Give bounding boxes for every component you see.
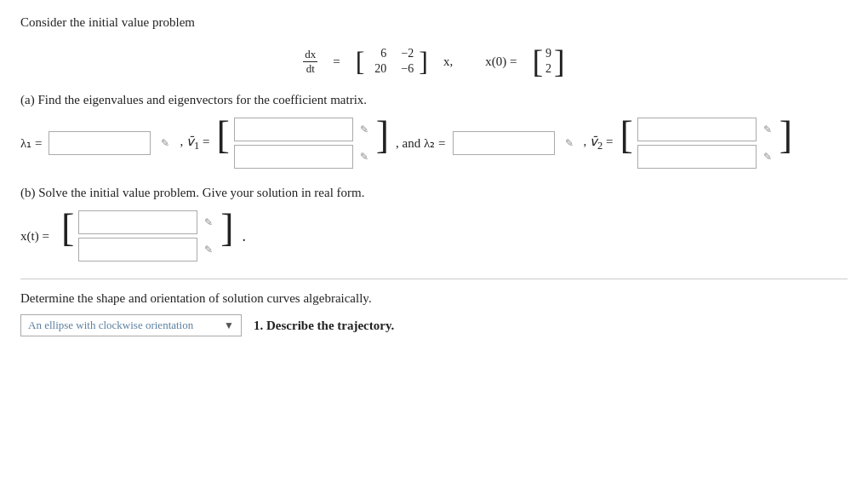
matrix-a-right-bracket: ] xyxy=(419,45,428,78)
v1-row2: ✎ xyxy=(234,145,372,169)
xt-row1: ✎ xyxy=(78,210,216,234)
xt-left-bracket: [ xyxy=(61,209,74,263)
eigenvalue-line: λ₁ = ✎ , v̄1 = [ ✎ ✎ ] , and λ₂ = ✎ xyxy=(20,116,848,170)
matrix-a: [ 6 −2 20 −6 ] xyxy=(356,45,428,78)
v1-row1-pencil-icon[interactable]: ✎ xyxy=(357,122,372,137)
lambda1-input[interactable] xyxy=(49,131,151,155)
xt-row1-pencil-icon[interactable]: ✎ xyxy=(201,215,216,230)
x-variable: x, xyxy=(443,55,453,69)
v1-row2-pencil-icon[interactable]: ✎ xyxy=(357,149,372,164)
x0-left-bracket: [ xyxy=(532,45,543,78)
part-b-label: (b) Solve the initial value problem. Giv… xyxy=(20,186,848,200)
lambda1-pencil-icon[interactable]: ✎ xyxy=(157,135,173,151)
main-equation: dx dt = [ 6 −2 20 −6 ] x, x(0) = [ 9 2 ] xyxy=(20,45,848,78)
v2-label: , v̄2 = xyxy=(584,134,614,152)
matrix-a-r2c2: −6 xyxy=(397,62,414,76)
xt-right-bracket: ] xyxy=(220,209,233,263)
v2-vector: [ ✎ ✎ ] xyxy=(620,116,792,170)
v2-left-bracket: [ xyxy=(620,116,632,170)
matrix-a-r2c1: 20 xyxy=(369,62,386,76)
lambda2-pencil-icon[interactable]: ✎ xyxy=(562,135,577,151)
part-a-label: (a) Find the eigenvalues and eigenvector… xyxy=(20,93,848,107)
x0-vector: [ 9 2 ] xyxy=(532,45,564,78)
matrix-a-row1: 6 −2 xyxy=(369,47,414,60)
v1-input-row2[interactable] xyxy=(234,145,353,169)
v2-input-row2[interactable] xyxy=(637,145,757,169)
matrix-a-content: 6 −2 20 −6 xyxy=(366,45,417,78)
v1-label: , v̄1 = xyxy=(180,134,209,152)
v1-row1: ✎ xyxy=(234,118,372,141)
v1-left-bracket: [ xyxy=(216,116,229,170)
matrix-a-r1c1: 6 xyxy=(369,47,386,60)
part-c-label: Determine the shape and orientation of s… xyxy=(20,291,848,306)
matrix-a-left-bracket: [ xyxy=(356,45,365,78)
equals-sign: = xyxy=(333,55,340,69)
xt-dot: . xyxy=(243,227,247,245)
lambda1-label: λ₁ = xyxy=(20,135,42,151)
v2-right-bracket: ] xyxy=(779,116,792,170)
v1-content: ✎ ✎ xyxy=(231,116,375,170)
matrix-a-r1c2: −2 xyxy=(397,47,414,60)
xt-row2: ✎ xyxy=(78,238,216,261)
xt-line: x(t) = [ ✎ ✎ ] . xyxy=(20,209,848,263)
lambda2-input[interactable] xyxy=(453,131,555,155)
describe-trajectory-label: 1. Describe the trajectory. xyxy=(254,319,394,333)
v1-input-row1[interactable] xyxy=(234,118,353,141)
xt-row2-pencil-icon[interactable]: ✎ xyxy=(201,242,216,257)
v2-row1: ✎ xyxy=(637,118,775,141)
derivative-denominator: dt xyxy=(305,62,317,76)
v2-input-row1[interactable] xyxy=(637,118,757,141)
x0-row2: 2 xyxy=(545,62,551,76)
and-lambda2-label: , and λ₂ = xyxy=(396,135,445,151)
v1-right-bracket: ] xyxy=(376,116,389,170)
xt-input-row2[interactable] xyxy=(78,238,197,261)
matrix-a-row2: 20 −6 xyxy=(369,62,414,76)
v2-row1-pencil-icon[interactable]: ✎ xyxy=(760,122,775,137)
x0-equals-label: x(0) = xyxy=(485,55,517,69)
trajectory-dropdown[interactable]: An ellipse with clockwise orientation ▼ xyxy=(20,314,242,336)
x0-row1: 9 xyxy=(545,47,551,60)
v2-row2-pencil-icon[interactable]: ✎ xyxy=(760,149,775,164)
v2-row2: ✎ xyxy=(637,145,775,169)
derivative-fraction: dx dt xyxy=(303,48,317,76)
dropdown-arrow-icon: ▼ xyxy=(224,319,234,332)
section-divider xyxy=(20,279,848,279)
derivative-numerator: dx xyxy=(303,48,317,62)
problem-intro: Consider the initial value problem xyxy=(20,15,848,30)
xt-label: x(t) = xyxy=(20,229,49,244)
xt-content: ✎ ✎ xyxy=(75,209,220,263)
v2-content: ✎ ✎ xyxy=(634,116,779,170)
x0-right-bracket: ] xyxy=(554,45,565,78)
xt-input-row1[interactable] xyxy=(78,210,197,234)
v1-vector: [ ✎ ✎ ] xyxy=(216,116,389,170)
xt-vector: [ ✎ ✎ ] xyxy=(61,209,234,263)
x0-content: 9 2 xyxy=(543,45,554,78)
dropdown-value: An ellipse with clockwise orientation xyxy=(28,319,219,332)
